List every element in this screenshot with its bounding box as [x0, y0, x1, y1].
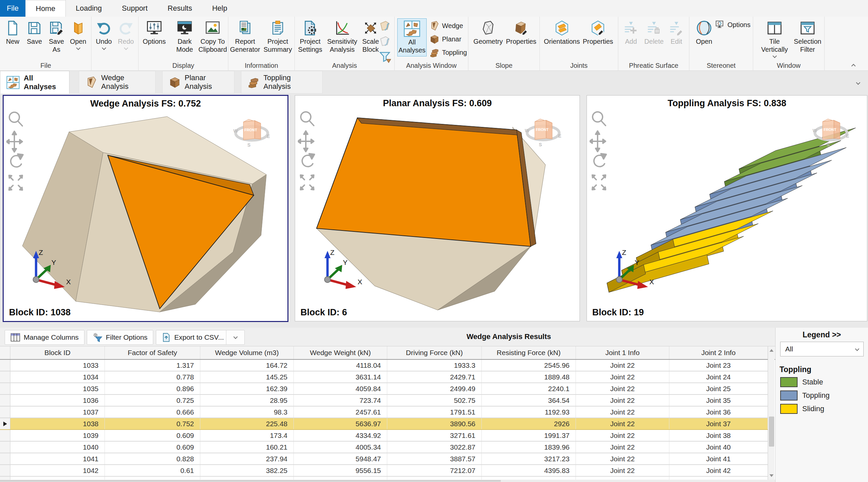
phreatic-add-button[interactable]: Add: [621, 19, 641, 46]
table-cell[interactable]: Joint 22: [576, 465, 669, 476]
table-cell[interactable]: 3887.57: [387, 453, 482, 464]
orientation-cube[interactable]: FRONT W S E: [525, 112, 562, 149]
table-cell[interactable]: 1036: [10, 395, 105, 406]
table-row[interactable]: 10410.828237.945948.473887.573217.23Join…: [0, 453, 768, 465]
hscrollbar-thumb[interactable]: [0, 480, 501, 482]
table-row[interactable]: 10331.317164.724118.041933.32545.96Joint…: [0, 360, 768, 371]
table-cell[interactable]: 3890.56: [387, 418, 482, 429]
file-menu-button[interactable]: File: [0, 0, 25, 17]
table-cell[interactable]: 0.752: [105, 418, 200, 429]
tab-overflow-chevron-icon[interactable]: [856, 81, 860, 85]
menu-tab-home[interactable]: Home: [25, 0, 66, 17]
open-dropdown-chevron-icon[interactable]: [76, 46, 81, 50]
table-cell[interactable]: 3631.14: [294, 371, 387, 383]
table-cell[interactable]: 1039: [10, 430, 105, 441]
table-cell[interactable]: 364.54: [482, 395, 576, 406]
row-marker-cell[interactable]: [0, 465, 10, 476]
table-cell[interactable]: 1991.37: [482, 430, 576, 441]
column-header[interactable]: Joint 1 Info: [576, 347, 669, 359]
column-header[interactable]: Wedge Weight (kN): [294, 347, 387, 359]
table-cell[interactable]: 3022.87: [387, 442, 482, 453]
table-cell[interactable]: Joint 22: [576, 383, 669, 394]
menu-tab-support[interactable]: Support: [112, 0, 158, 17]
table-cell[interactable]: 98.3: [200, 406, 294, 418]
export-csv-button[interactable]: Export to CSV...: [156, 330, 230, 345]
table-row[interactable]: 10350.896162.394059.842499.492240.1Joint…: [0, 383, 768, 395]
all-analyses-button[interactable]: All Analyses: [397, 19, 427, 56]
table-row[interactable]: 10400.609160.214005.343022.871839.96Join…: [0, 442, 768, 453]
table-cell[interactable]: Joint 22: [576, 418, 669, 429]
table-cell[interactable]: 145.25: [200, 371, 294, 383]
table-cell[interactable]: 5948.47: [294, 453, 387, 464]
failure-mode-2-small-button[interactable]: [379, 35, 392, 48]
table-cell[interactable]: 1037: [10, 406, 105, 418]
table-cell[interactable]: 1933.3: [387, 360, 482, 371]
table-cell[interactable]: 0.666: [105, 406, 200, 418]
table-cell[interactable]: Joint 22: [576, 360, 669, 371]
slope-properties-button[interactable]: Properties: [506, 19, 536, 46]
table-cell[interactable]: 1038: [10, 418, 105, 429]
table-cell[interactable]: 5636.97: [294, 418, 387, 429]
table-cell[interactable]: 4005.34: [294, 442, 387, 453]
toppling-window-button[interactable]: Toppling: [429, 48, 467, 57]
table-cell[interactable]: Joint 22: [576, 453, 669, 464]
column-header[interactable]: Resisting Force (kN): [482, 347, 576, 359]
table-cell[interactable]: Joint 22: [576, 395, 669, 406]
table-cell[interactable]: 1.317: [105, 360, 200, 371]
tab-wedge-analysis[interactable]: Wedge Analysis: [79, 71, 156, 93]
table-row[interactable]: 10340.778145.253631.142429.711889.48Join…: [0, 371, 768, 383]
tile-vertically-chevron-icon[interactable]: [773, 54, 777, 58]
table-cell[interactable]: Joint 22: [576, 430, 669, 441]
table-cell[interactable]: 0.609: [105, 442, 200, 453]
table-horizontal-scrollbar[interactable]: [0, 480, 775, 482]
table-cell[interactable]: 2499.49: [387, 383, 482, 394]
scale-block-button[interactable]: Scale Block: [360, 19, 381, 54]
table-cell[interactable]: Joint 40: [669, 442, 768, 453]
table-cell[interactable]: 4395.83: [482, 465, 576, 476]
table-cell[interactable]: 1040: [10, 442, 105, 453]
table-cell[interactable]: 3271.61: [387, 430, 482, 441]
table-cell[interactable]: Joint 36: [669, 406, 768, 418]
new-button[interactable]: New: [3, 19, 23, 46]
table-cell[interactable]: 2240.1: [482, 383, 576, 394]
table-cell[interactable]: Joint 41: [669, 453, 768, 464]
view-toolbar[interactable]: [590, 109, 608, 196]
table-cell[interactable]: 0.725: [105, 395, 200, 406]
table-cell[interactable]: 0.896: [105, 383, 200, 394]
table-cell[interactable]: 0.778: [105, 371, 200, 383]
table-cell[interactable]: 723.74: [294, 395, 387, 406]
legend-title[interactable]: Legend >>: [776, 330, 868, 339]
table-cell[interactable]: 382.25: [200, 465, 294, 476]
table-cell[interactable]: 4059.84: [294, 383, 387, 394]
table-cell[interactable]: 2429.71: [387, 371, 482, 383]
table-cell[interactable]: 1034: [10, 371, 105, 383]
dark-mode-button[interactable]: Dark Mode: [172, 19, 197, 54]
menu-tab-loading[interactable]: Loading: [66, 0, 112, 17]
stereonet-open-button[interactable]: Open: [693, 19, 715, 46]
table-cell[interactable]: 3217.23: [482, 453, 576, 464]
table-cell[interactable]: 1033: [10, 360, 105, 371]
row-marker-cell[interactable]: [0, 383, 10, 394]
row-marker-cell[interactable]: [0, 430, 10, 441]
table-cell[interactable]: 1839.96: [482, 442, 576, 453]
table-row[interactable]: 10360.72528.95723.74502.75364.54Joint 22…: [0, 395, 768, 406]
column-header[interactable]: Driving Force (kN): [387, 347, 482, 359]
table-row[interactable]: 10420.61382.259556.157212.074395.83Joint…: [0, 465, 768, 477]
table-vertical-scrollbar[interactable]: [768, 347, 775, 480]
tab-planar-analysis[interactable]: Planar Analysis: [162, 71, 235, 93]
sensitivity-analysis-button[interactable]: Sensitivity Analysis: [326, 19, 359, 54]
save-as-button[interactable]: Save As: [45, 19, 67, 54]
menu-tab-help[interactable]: Help: [202, 0, 237, 17]
column-header[interactable]: Factor of Safety: [105, 347, 200, 359]
joint-orientations-button[interactable]: Orientations: [544, 19, 580, 46]
table-row[interactable]: 10380.752225.485636.973890.562926Joint 2…: [0, 418, 768, 430]
table-cell[interactable]: 9556.15: [294, 465, 387, 476]
table-cell[interactable]: 0.61: [105, 465, 200, 476]
table-row[interactable]: 10370.66698.32457.611791.511192.93Joint …: [0, 406, 768, 418]
table-cell[interactable]: 0.609: [105, 430, 200, 441]
menu-tab-results[interactable]: Results: [158, 0, 202, 17]
table-cell[interactable]: 173.4: [200, 430, 294, 441]
table-cell[interactable]: 1041: [10, 453, 105, 464]
phreatic-delete-button[interactable]: Delete: [643, 19, 665, 46]
save-button[interactable]: Save: [24, 19, 44, 46]
